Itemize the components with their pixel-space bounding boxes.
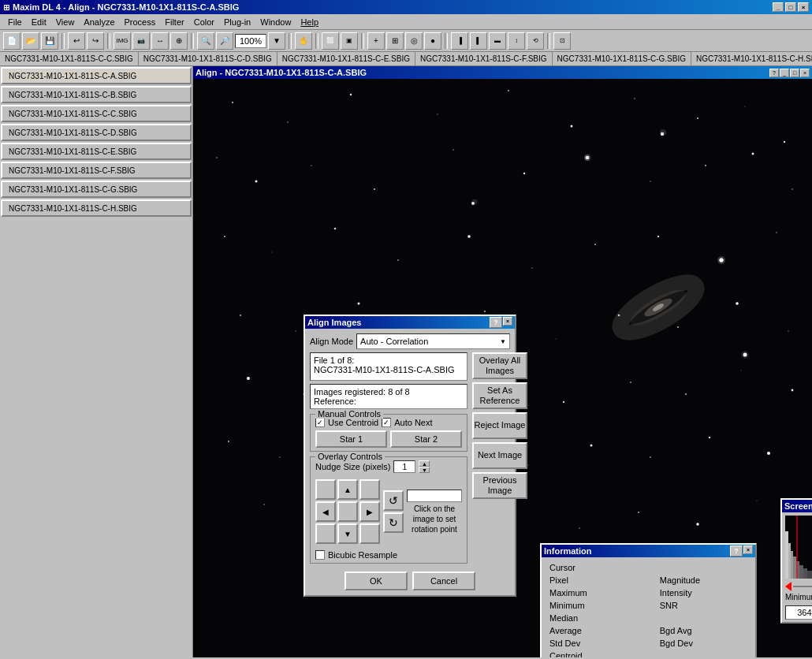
image-subwin-minimize[interactable]: _ xyxy=(780,69,789,77)
toolbar-b11[interactable]: ⟲ xyxy=(527,32,544,50)
toolbar-img4[interactable]: ⊕ xyxy=(170,32,188,50)
star1-button[interactable]: Star 1 xyxy=(315,430,387,448)
info-help[interactable]: ? xyxy=(730,545,743,557)
bicubic-checkbox[interactable] xyxy=(315,550,325,560)
tab-0[interactable]: NGC7331-M10-1X1-811S-C-C.SBIG xyxy=(0,52,139,66)
bgd-avg-label: Bgd Avg xyxy=(657,625,738,636)
arrow-pad: ▲ ◀ ▶ ▼ xyxy=(315,479,380,544)
svg-point-70 xyxy=(756,500,757,501)
cursor-label: Cursor xyxy=(546,562,643,573)
sidebar-file-2[interactable]: NGC7331-M10-1X1-811S-C-C.SBIG xyxy=(1,105,192,122)
close-button[interactable]: × xyxy=(798,2,809,12)
next-image-button[interactable]: Next Image xyxy=(472,442,527,469)
toolbar-zoom-out[interactable]: 🔎 xyxy=(216,32,233,50)
sidebar-file-5[interactable]: NGC7331-M10-1X1-811S-C-F.SBIG xyxy=(1,162,192,179)
toolbar-b4[interactable]: ⊞ xyxy=(386,32,404,50)
toolbar-img1[interactable]: IMG xyxy=(114,32,131,50)
tab-4[interactable]: NGC7331-M10-1X1-811S-C-G.SBIG xyxy=(553,52,691,66)
sidebar-file-0[interactable]: NGC7331-M10-1X1-811S-C-A.SBIG xyxy=(1,67,192,84)
min-row: Minimum SNR xyxy=(546,600,751,611)
menu-window[interactable]: Window xyxy=(255,16,296,28)
toolbar-zoom-in[interactable]: 🔍 xyxy=(197,32,214,50)
reject-image-button[interactable]: Reject Image xyxy=(472,412,527,439)
sidebar-file-6[interactable]: NGC7331-M10-1X1-811S-C-G.SBIG xyxy=(1,181,192,198)
overlay-all-button[interactable]: Overlay AllImages xyxy=(472,352,527,379)
toolbar-hand[interactable]: ✋ xyxy=(295,32,312,50)
menu-analyze[interactable]: Analyze xyxy=(79,16,119,28)
previous-image-button[interactable]: PreviousImage xyxy=(472,472,527,499)
arrow-down-right[interactable] xyxy=(359,523,380,544)
toolbar-zoom-drop[interactable]: ▼ xyxy=(268,32,285,50)
sidebar-file-7[interactable]: NGC7331-M10-1X1-811S-C-H.SBIG xyxy=(1,199,192,217)
toolbar-save[interactable]: 💾 xyxy=(41,32,58,50)
menu-plugin[interactable]: Plug-in xyxy=(219,16,255,28)
rotate-ccw-btn[interactable]: ↺ xyxy=(383,490,404,511)
toolbar-b8[interactable]: ▌ xyxy=(470,32,487,50)
toolbar-b12[interactable]: ⊡ xyxy=(553,32,571,50)
align-dialog-body: Align Mode Auto - Correlation ▼ File 1 o… xyxy=(305,329,515,595)
arrow-right[interactable]: ▶ xyxy=(359,501,380,522)
tab-2[interactable]: NGC7331-M10-1X1-811S-C-E.SBIG xyxy=(277,52,415,66)
toolbar-b2[interactable]: ▣ xyxy=(341,32,358,50)
arrow-down-left[interactable] xyxy=(315,523,336,544)
toolbar-b7[interactable]: ▐ xyxy=(451,32,468,50)
slider-track[interactable] xyxy=(793,586,812,587)
zoom-input[interactable] xyxy=(235,34,266,48)
arrow-up-right[interactable] xyxy=(359,479,380,500)
menu-edit[interactable]: Edit xyxy=(27,16,51,28)
toolbar-img2[interactable]: 📷 xyxy=(132,32,150,50)
sidebar-file-1[interactable]: NGC7331-M10-1X1-811S-C-B.SBIG xyxy=(1,86,192,103)
arrow-up-left[interactable] xyxy=(315,479,336,500)
nudge-down-btn[interactable]: ▼ xyxy=(419,467,430,473)
toolbar-b1[interactable]: ⬜ xyxy=(322,32,339,50)
sidebar-file-3[interactable]: NGC7331-M10-1X1-811S-C-D.SBIG xyxy=(1,124,192,141)
align-dialog-close[interactable]: × xyxy=(503,317,512,326)
toolbar-b5[interactable]: ◎ xyxy=(405,32,423,50)
cancel-button[interactable]: Cancel xyxy=(412,572,475,590)
align-mode-select[interactable]: Auto - Correlation ▼ xyxy=(356,333,510,349)
tab-3[interactable]: NGC7331-M10-1X1-811S-C-F.SBIG xyxy=(415,52,553,66)
arrow-up[interactable]: ▲ xyxy=(337,479,358,500)
menu-process[interactable]: Process xyxy=(120,16,161,28)
align-dialog-help[interactable]: ? xyxy=(490,317,502,328)
toolbar-b10[interactable]: ↕ xyxy=(508,32,525,50)
toolbar-img3[interactable]: ↔ xyxy=(151,32,169,50)
tab-1[interactable]: NGC7331-M10-1X1-811S-C-D.SBIG xyxy=(139,52,277,66)
svg-point-2 xyxy=(287,121,289,123)
align-left: File 1 of 8: NGC7331-M10-1X1-811S-C-A.SB… xyxy=(310,352,467,568)
star2-button[interactable]: Star 2 xyxy=(390,430,462,448)
menu-file[interactable]: File xyxy=(3,16,27,28)
arrow-down[interactable]: ▼ xyxy=(337,523,358,544)
menu-view[interactable]: View xyxy=(51,16,80,28)
toolbar-new[interactable]: 📄 xyxy=(3,32,20,50)
min-input[interactable] xyxy=(785,605,812,620)
toolbar-b3[interactable]: + xyxy=(367,32,385,50)
menu-color[interactable]: Color xyxy=(189,16,219,28)
toolbar-undo[interactable]: ↩ xyxy=(68,32,85,50)
tab-5[interactable]: NGC7331-M10-1X1-811S-C-H.SBIG xyxy=(691,52,812,66)
maximize-button[interactable]: □ xyxy=(785,2,796,12)
nudge-input[interactable] xyxy=(393,460,415,473)
image-subwin-close[interactable]: × xyxy=(800,69,810,77)
image-subwin-maximize[interactable]: □ xyxy=(790,69,799,77)
sidebar-file-4[interactable]: NGC7331-M10-1X1-811S-C-E.SBIG xyxy=(1,143,192,160)
toolbar-redo[interactable]: ↪ xyxy=(87,32,104,50)
use-centroid-checkbox[interactable]: ✓ xyxy=(315,418,325,427)
ok-button[interactable]: OK xyxy=(345,572,408,590)
toolbar-open[interactable]: 📂 xyxy=(22,32,39,50)
menu-help[interactable]: Help xyxy=(296,16,323,28)
info-title: Information xyxy=(544,546,592,556)
nudge-up-btn[interactable]: ▲ xyxy=(419,460,430,467)
rotate-cw-btn[interactable]: ↻ xyxy=(383,512,404,533)
align-mode-label: Align Mode xyxy=(310,337,353,346)
toolbar-b6[interactable]: ● xyxy=(424,32,441,50)
minimize-button[interactable]: _ xyxy=(773,2,784,12)
arrow-left[interactable]: ◀ xyxy=(315,501,336,522)
set-reference-button[interactable]: Set AsReference xyxy=(472,382,527,409)
toolbar-b9[interactable]: ▬ xyxy=(489,32,506,50)
file-info-box: File 1 of 8: NGC7331-M10-1X1-811S-C-A.SB… xyxy=(310,352,467,381)
info-close[interactable]: × xyxy=(743,545,753,554)
auto-next-checkbox[interactable]: ✓ xyxy=(382,418,391,427)
image-subwin-help[interactable]: ? xyxy=(769,69,779,77)
menu-filter[interactable]: Filter xyxy=(160,16,188,28)
